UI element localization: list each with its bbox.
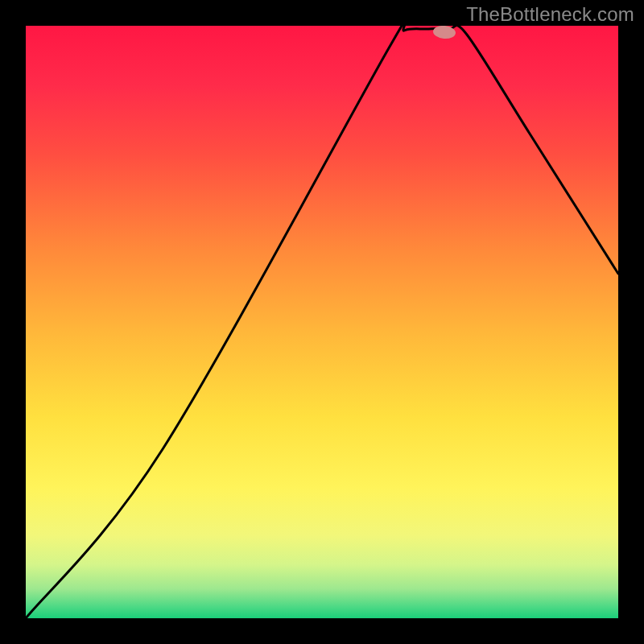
bottleneck-curve	[26, 26, 618, 618]
plot-area	[26, 26, 618, 618]
chart-frame: TheBottleneck.com	[0, 0, 644, 644]
watermark-text: TheBottleneck.com	[466, 3, 634, 26]
curve-layer	[26, 26, 618, 618]
